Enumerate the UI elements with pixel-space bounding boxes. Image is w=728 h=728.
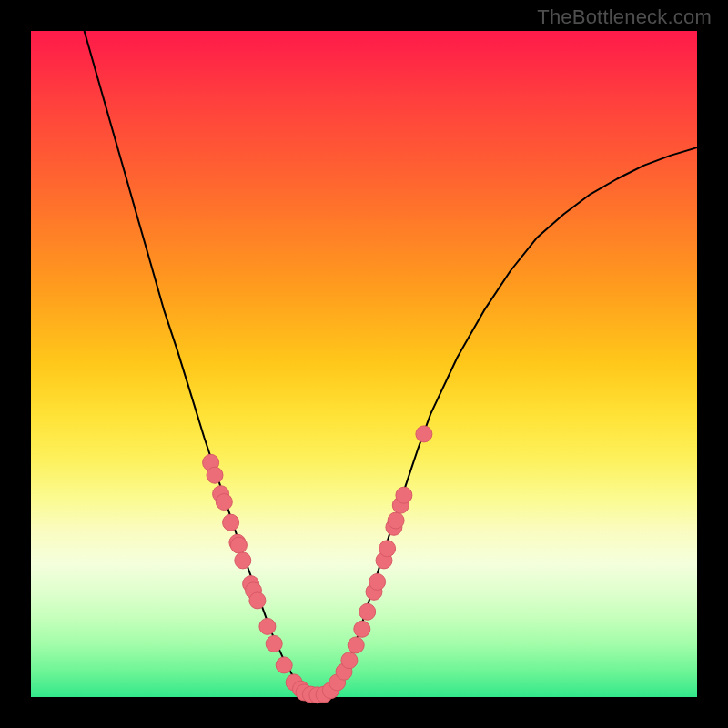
data-point — [207, 467, 223, 483]
data-point — [348, 637, 364, 653]
data-point — [369, 573, 386, 590]
data-point — [388, 512, 404, 529]
data-point — [379, 541, 396, 557]
data-point — [223, 514, 239, 531]
data-point — [341, 652, 358, 669]
data-point — [216, 494, 232, 511]
data-point — [396, 487, 412, 503]
data-point — [416, 426, 432, 442]
data-point — [249, 592, 266, 609]
data-point — [230, 537, 247, 553]
chart-overlay — [0, 0, 728, 728]
data-point — [276, 657, 292, 673]
data-point — [259, 618, 276, 634]
data-points — [203, 426, 432, 703]
chart-frame: TheBottleneck.com — [0, 0, 728, 728]
data-point — [235, 552, 251, 569]
data-point — [266, 635, 282, 652]
data-point — [359, 603, 376, 620]
bottleneck-curve — [85, 31, 697, 693]
data-point — [354, 621, 370, 637]
curve-path — [85, 31, 697, 693]
